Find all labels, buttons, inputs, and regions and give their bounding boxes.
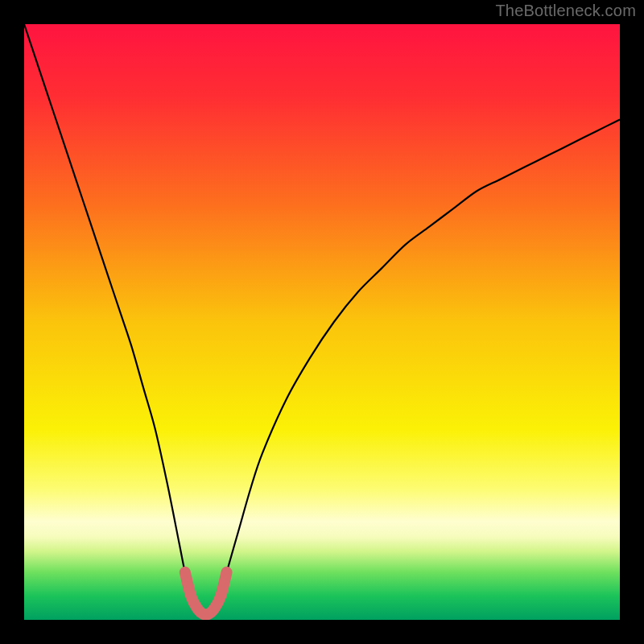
gradient-background bbox=[24, 24, 620, 620]
bottleneck-chart bbox=[24, 24, 620, 620]
chart-frame bbox=[24, 24, 620, 620]
watermark-text: TheBottleneck.com bbox=[495, 2, 636, 20]
